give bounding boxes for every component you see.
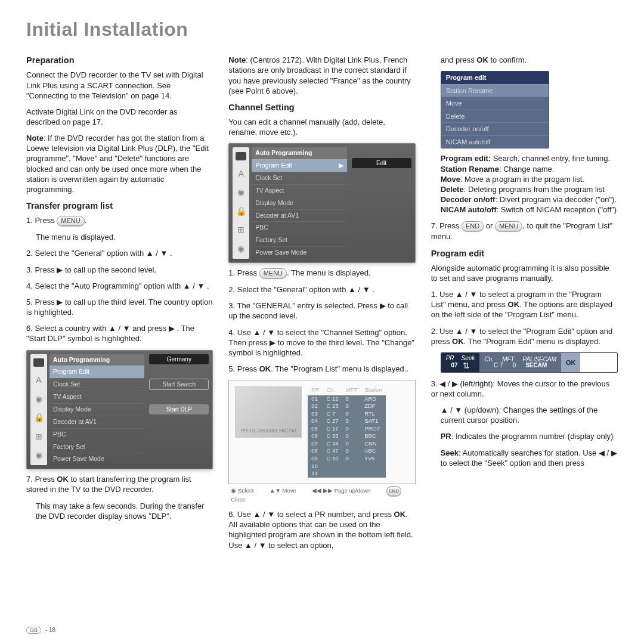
- column-3: and press OK to confirm. Program edit St…: [431, 55, 618, 556]
- menu-item-pbc[interactable]: PBC: [49, 428, 144, 441]
- pe-step-3b: ▲ / ▼ (up/down): Changes the settings of…: [441, 405, 618, 425]
- bar-pr-h: PR: [446, 355, 454, 361]
- updown-icon[interactable]: ⇅: [463, 361, 470, 370]
- menu-item-clock-set-2[interactable]: Clock Set: [252, 172, 346, 184]
- table-row[interactable]: 07C 340CNN: [308, 440, 385, 448]
- menu-item-power-save[interactable]: Power Save Mode: [49, 453, 144, 465]
- menu-header-2: Auto Programming: [252, 147, 346, 159]
- note-dlp: Note: If the DVD recorder has got the st…: [26, 133, 213, 194]
- bar-mft-v: 0: [513, 363, 516, 369]
- cs-step-4: 4. Use ▲ / ▼ to select the "Channel Sett…: [228, 327, 415, 358]
- program-list-panel: PR-01 Decoder NICAM PR Ch. MFT Station 0…: [228, 380, 415, 484]
- ok-label: OK: [476, 55, 488, 64]
- bar-ok-button[interactable]: OK: [561, 353, 581, 372]
- menu-right-tags: Germany Start Search Start DLP: [144, 354, 209, 466]
- menu-item-display-mode-2[interactable]: Display Mode: [252, 197, 346, 209]
- note-text-2: : (Centros 2172). With Digital Link Plus…: [228, 55, 411, 95]
- step-4: 4. Select the "Auto Programming" option …: [26, 281, 213, 291]
- option-delete[interactable]: Delete: [441, 110, 549, 123]
- th-ch: Ch.: [323, 386, 342, 395]
- lock-icon: 🔒: [236, 206, 246, 216]
- menu-item-list-2: Auto Programming Program Edit ▶ Clock Se…: [252, 147, 346, 259]
- table-row[interactable]: 11: [308, 470, 385, 478]
- table-row[interactable]: 09C 100TV5: [308, 455, 385, 463]
- transfer-heading: Transfer program list: [26, 200, 213, 212]
- menu-button-icon: MENU: [57, 216, 84, 226]
- program-list-table: PR Ch. MFT Station 01C 120ARD 02C 230ZDF…: [308, 386, 385, 477]
- th-mft: MFT: [342, 386, 361, 395]
- menu-item-program-edit-2[interactable]: Program Edit ▶: [252, 159, 346, 172]
- step-1-sub: The menu is displayed.: [36, 232, 213, 242]
- table-header-row: PR Ch. MFT Station: [308, 386, 385, 395]
- film-icon: ⊞: [237, 224, 244, 235]
- menu-button-icon: MENU: [495, 221, 522, 231]
- step-5: 5. Press ▶ to call up the third level. T…: [26, 297, 213, 317]
- program-edit-heading: Program edit: [431, 248, 618, 259]
- menu-item-tv-aspect-2[interactable]: TV Aspect: [252, 184, 346, 197]
- tag-start-search[interactable]: Start Search: [149, 379, 209, 390]
- menu-item-decoder[interactable]: Decoder at AV1: [49, 416, 144, 428]
- disc-icon: ◉: [237, 187, 244, 197]
- table-row[interactable]: 02C 230ZDF: [308, 402, 385, 410]
- tv-icon: [236, 152, 246, 160]
- tag-country[interactable]: Germany: [149, 354, 209, 364]
- table-row[interactable]: 03C 70RTL: [308, 410, 385, 418]
- table-row[interactable]: 10: [308, 463, 385, 470]
- table-row[interactable]: 05C 170PRO7: [308, 425, 385, 433]
- record-icon: ◉: [35, 450, 42, 460]
- ok-label: OK: [394, 510, 406, 519]
- menu-item-decoder-2[interactable]: Decoder at AV1: [252, 209, 346, 222]
- menu-item-list: Auto Programming Program Edit Clock Set …: [49, 354, 144, 466]
- note-text: : If the DVD recorder has got the statio…: [26, 134, 209, 194]
- bar-std-v: SECAM: [525, 363, 547, 369]
- step-6: 6. Select a country with ▲ / ▼ and press…: [26, 323, 213, 343]
- record-icon: ◉: [237, 243, 244, 254]
- note-label-2: Note: [228, 55, 246, 64]
- note-label: Note: [26, 134, 44, 143]
- menu-item-program-edit[interactable]: Program Edit: [49, 366, 144, 378]
- pe-step-3: 3. ◀ / ▶ (left/right): Moves the cursor …: [431, 379, 618, 399]
- program-edit-intro: Alongside automatic programming it is al…: [431, 263, 618, 283]
- program-edit-bar: PRSeek 07⇅ Ch.MFTPAL/SECAM C 70SECAM OK: [441, 352, 618, 373]
- def-pr: PR: Indicates the programm number (displ…: [441, 431, 618, 441]
- note-centros: Note: (Centros 2172). With Digital Link …: [228, 55, 415, 96]
- menu-button-icon: MENU: [259, 268, 287, 278]
- menu-item-display-mode[interactable]: Display Mode: [49, 403, 144, 416]
- menu-item-tv-aspect[interactable]: TV Aspect: [49, 391, 144, 403]
- menu-item-clock-set[interactable]: Clock Set: [49, 378, 144, 391]
- table-row[interactable]: 04C 270SAT1: [308, 417, 385, 425]
- cs-step-3: 3. The "GENERAL" entry is selected. Pres…: [228, 301, 415, 321]
- ok-label: OK: [452, 337, 464, 346]
- channel-setting-intro: You can edit a channel manually (add, de…: [228, 117, 415, 137]
- legend-move: ▲▼ Move: [270, 487, 304, 494]
- step-1: 1. Press MENU.: [26, 215, 213, 226]
- table-row[interactable]: 01C 120ARD: [308, 395, 385, 403]
- step-3: 3. Press ▶ to call up the second level.: [26, 265, 213, 275]
- table-row[interactable]: 08C 470ABC: [308, 447, 385, 455]
- menu-item-factory-set-2[interactable]: Factory Set: [252, 234, 346, 246]
- page-title: Initial Installation: [26, 17, 618, 42]
- legend-select: ◉ Select: [231, 487, 261, 494]
- table-row[interactable]: 06C 330BBC: [308, 432, 385, 440]
- menu-item-factory-set[interactable]: Factory Set: [49, 441, 144, 453]
- menu-right-edit: Edit: [347, 147, 411, 259]
- preparation-heading: Preparation: [26, 55, 213, 66]
- lock-icon: 🔒: [34, 412, 44, 423]
- tag-edit[interactable]: Edit: [352, 158, 411, 168]
- menu-item-pbc-2[interactable]: PBC: [252, 221, 346, 234]
- option-decoder[interactable]: Decoder on/off: [441, 122, 549, 135]
- option-station-rename[interactable]: Station Rename: [441, 84, 549, 97]
- ok-label: OK: [508, 300, 520, 309]
- column-2: Note: (Centros 2172). With Digital Link …: [228, 55, 415, 556]
- option-move[interactable]: Move: [441, 97, 549, 110]
- bar-ch-v: C 7: [494, 363, 503, 369]
- step-7-col3: 7. Press END or MENU, to quit the "Progr…: [431, 221, 618, 242]
- tag-start-dlp[interactable]: Start DLP: [149, 404, 209, 414]
- auto-programming-menu-2: A ◉ 🔒 ⊞ ◉ Auto Programming Program Edit …: [228, 143, 415, 263]
- menu-item-power-save-2[interactable]: Power Save Mode: [252, 246, 346, 259]
- ok-label: OK: [259, 364, 271, 373]
- option-nicam[interactable]: NICAM auto/off: [441, 135, 549, 148]
- cs-step-6: 6. Use ▲ / ▼ to select a PR number, and …: [228, 509, 415, 550]
- prep-text-2: Activate Digital Link on the DVD recorde…: [26, 107, 213, 127]
- menu-header: Auto Programming: [49, 354, 144, 366]
